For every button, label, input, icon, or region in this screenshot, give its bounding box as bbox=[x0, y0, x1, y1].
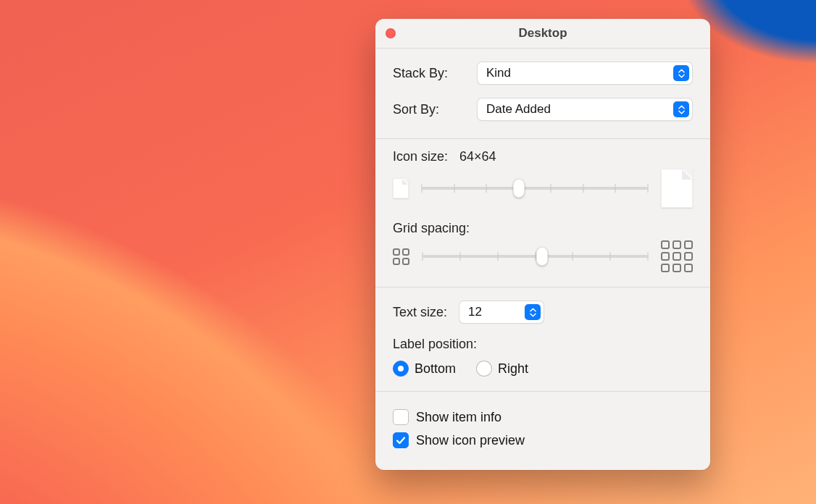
chevron-updown-icon bbox=[525, 304, 541, 320]
document-small-icon bbox=[393, 178, 409, 198]
label-position-right[interactable]: Right bbox=[476, 361, 528, 377]
text-size-select[interactable]: 12 bbox=[459, 301, 544, 324]
sort-by-select[interactable]: Date Added bbox=[477, 98, 693, 121]
desktop-background: Desktop Stack By: Kind Sort By: Date Add… bbox=[0, 0, 816, 504]
show-item-info-checkbox[interactable]: Show item info bbox=[393, 409, 693, 425]
show-icon-preview-checkbox[interactable]: Show icon preview bbox=[393, 432, 693, 448]
sort-by-label: Sort By: bbox=[393, 102, 465, 117]
grid-large-icon bbox=[661, 240, 693, 272]
text-size-label: Text size: bbox=[393, 305, 447, 320]
close-button[interactable] bbox=[386, 28, 396, 38]
stack-by-label: Stack By: bbox=[393, 66, 465, 81]
grid-spacing-label: Grid spacing: bbox=[393, 221, 693, 236]
text-size-value: 12 bbox=[468, 305, 482, 319]
section-sorting: Stack By: Kind Sort By: Date Added bbox=[375, 48, 710, 138]
chevron-updown-icon bbox=[673, 101, 689, 117]
titlebar: Desktop bbox=[375, 19, 710, 48]
stack-by-value: Kind bbox=[486, 66, 511, 80]
sort-by-value: Date Added bbox=[486, 102, 551, 117]
section-options: Show item info Show icon preview bbox=[375, 391, 710, 470]
grid-spacing-slider[interactable] bbox=[422, 248, 648, 265]
window-title: Desktop bbox=[518, 26, 567, 41]
label-position-bottom[interactable]: Bottom bbox=[393, 361, 456, 377]
section-sizes: Icon size: 64×64 Grid spacing: bbox=[375, 138, 710, 287]
icon-size-slider[interactable] bbox=[422, 180, 648, 197]
icon-size-value: 64×64 bbox=[459, 149, 496, 164]
section-text: Text size: 12 Label position: Bottom bbox=[375, 287, 710, 391]
desktop-view-options-window: Desktop Stack By: Kind Sort By: Date Add… bbox=[375, 19, 710, 470]
icon-size-label: Icon size: bbox=[393, 149, 448, 164]
chevron-updown-icon bbox=[673, 65, 689, 81]
grid-small-icon bbox=[393, 248, 409, 265]
stack-by-select[interactable]: Kind bbox=[477, 62, 693, 85]
document-large-icon bbox=[661, 169, 693, 208]
label-position-label: Label position: bbox=[393, 337, 693, 352]
